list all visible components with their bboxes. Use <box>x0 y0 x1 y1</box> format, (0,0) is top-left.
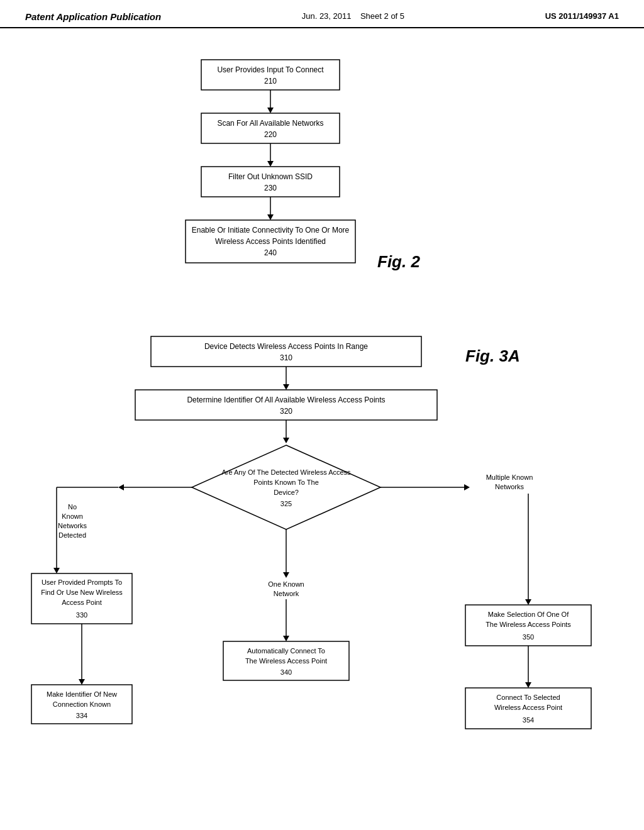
svg-text:Make Identifier Of New: Make Identifier Of New <box>47 690 117 698</box>
publication-label: Patent Application Publication <box>25 11 161 22</box>
svg-text:User Provided Prompts To: User Provided Prompts To <box>42 578 122 586</box>
svg-marker-4 <box>267 108 274 113</box>
svg-text:Points Known To The: Points Known To The <box>253 479 319 486</box>
svg-text:330: 330 <box>76 611 87 619</box>
svg-marker-61 <box>283 636 289 641</box>
svg-text:Wireless Access Point: Wireless Access Point <box>494 704 562 711</box>
svg-text:230: 230 <box>264 184 277 192</box>
svg-marker-77 <box>525 682 531 688</box>
svg-marker-71 <box>525 599 531 605</box>
svg-text:Networks: Networks <box>58 522 87 529</box>
svg-text:Connect To Selected: Connect To Selected <box>496 694 560 701</box>
svg-text:The Wireless Access Points: The Wireless Access Points <box>486 621 571 628</box>
date-sheet: Jun. 23, 2011 Sheet 2 of 5 <box>302 11 404 21</box>
svg-marker-44 <box>53 568 60 573</box>
svg-text:Wireless Access Points Identif: Wireless Access Points Identified <box>215 237 326 246</box>
fig2-container: User Provides Input To Connect 210 Scan … <box>25 41 619 305</box>
svg-text:Find Or Use New Wireless: Find Or Use New Wireless <box>41 589 123 596</box>
svg-text:Determine Identifier Of All Av: Determine Identifier Of All Available Wi… <box>187 396 385 404</box>
page-header: Patent Application Publication Jun. 23, … <box>0 0 644 28</box>
svg-marker-25 <box>283 384 289 390</box>
svg-text:340: 340 <box>280 668 292 676</box>
svg-text:Scan For All Available Network: Scan For All Available Networks <box>217 119 323 128</box>
svg-text:Detected: Detected <box>58 531 86 539</box>
svg-text:The Wireless Access Point: The Wireless Access Point <box>245 657 327 665</box>
svg-text:210: 210 <box>264 77 277 86</box>
svg-text:Networks: Networks <box>495 483 524 490</box>
fig3a-container: Fig. 3A Device Detects Wireless Access P… <box>25 324 619 830</box>
svg-text:Access Point: Access Point <box>62 599 102 606</box>
svg-text:354: 354 <box>523 716 534 724</box>
svg-text:Multiple Known: Multiple Known <box>486 473 533 481</box>
svg-text:Automatically Connect To: Automatically Connect To <box>247 647 325 655</box>
svg-text:310: 310 <box>280 353 292 362</box>
svg-text:One Known: One Known <box>268 580 304 588</box>
svg-text:Enable Or Initiate Connectivit: Enable Or Initiate Connectivity To One O… <box>192 226 350 235</box>
svg-marker-31 <box>192 445 380 529</box>
svg-marker-9 <box>267 161 274 167</box>
svg-marker-30 <box>283 438 289 443</box>
svg-text:Filter Out Unknown SSID: Filter Out Unknown SSID <box>228 172 313 181</box>
svg-text:Known: Known <box>62 512 83 520</box>
svg-text:320: 320 <box>280 407 292 416</box>
svg-text:325: 325 <box>280 500 292 507</box>
svg-text:Connection Known: Connection Known <box>53 700 111 708</box>
svg-text:Make Selection Of One Of: Make Selection Of One Of <box>488 611 569 618</box>
patent-number: US 2011/149937 A1 <box>545 11 619 21</box>
svg-text:User Provides Input To Connect: User Provides Input To Connect <box>217 65 324 74</box>
svg-text:350: 350 <box>523 633 534 641</box>
svg-text:334: 334 <box>76 712 87 719</box>
svg-text:Device?: Device? <box>274 489 299 496</box>
svg-text:Fig. 2: Fig. 2 <box>377 252 420 271</box>
svg-marker-57 <box>283 572 289 578</box>
svg-text:240: 240 <box>264 248 277 257</box>
svg-marker-67 <box>464 484 470 490</box>
svg-text:No: No <box>68 503 77 511</box>
diagram-area: User Provides Input To Connect 210 Scan … <box>0 28 644 830</box>
svg-text:Network: Network <box>274 590 299 597</box>
svg-text:Are Any Of The Detected Wirele: Are Any Of The Detected Wireless Access <box>221 468 351 476</box>
svg-marker-51 <box>79 679 85 685</box>
svg-text:Fig. 3A: Fig. 3A <box>465 346 520 365</box>
svg-marker-14 <box>267 214 274 220</box>
svg-text:220: 220 <box>264 130 277 139</box>
fig3a-svg: Fig. 3A Device Detects Wireless Access P… <box>25 324 644 830</box>
fig2-svg: User Provides Input To Connect 210 Scan … <box>25 41 644 305</box>
svg-text:Device Detects Wireless Access: Device Detects Wireless Access Points In… <box>204 342 368 351</box>
svg-marker-37 <box>118 484 124 490</box>
